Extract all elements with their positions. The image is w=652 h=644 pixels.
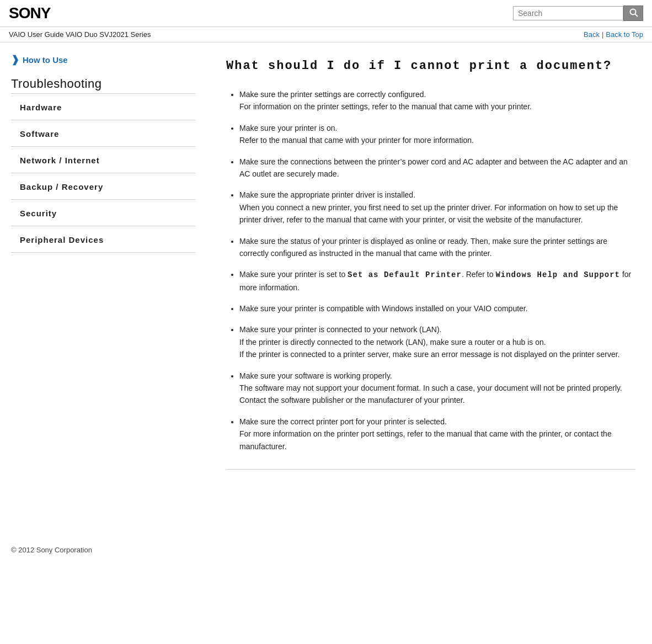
list-item: Make sure the status of your printer is … [239,235,635,260]
list-item: Make sure your printer is compatible wit… [239,302,635,315]
sidebar-item-software[interactable]: Software [11,120,195,147]
list-item: Make sure your software is working prope… [239,370,635,407]
sony-logo: SONY [9,4,50,22]
header: SONY [0,0,652,27]
chevron-right-icon: ❱ [11,54,19,66]
sidebar-item-peripheral-devices[interactable]: Peripheral Devices [11,226,195,253]
set-as-default-printer-text: Set as Default Printer [348,270,462,279]
sidebar-item-network-internet[interactable]: Network / Internet [11,147,195,173]
main-layout: ❱ How to Use Troubleshooting Hardware So… [0,42,652,539]
content-divider [226,469,635,470]
list-item: Make sure your printer is connected to y… [239,323,635,360]
sidebar-item-security[interactable]: Security [11,200,195,226]
nav-links: Back | Back to Top [584,30,643,39]
windows-help-support-text: Windows Help and Support [495,270,620,279]
list-item: Make sure your printer is set to Set as … [239,268,635,294]
content-list: Make sure the printer settings are corre… [226,88,635,453]
list-item: Make sure your printer is on. Refer to t… [239,122,635,147]
page-title: What should I do if I cannot print a doc… [226,59,635,73]
nav-separator: | [602,30,603,39]
search-area [513,6,643,21]
content-area: What should I do if I cannot print a doc… [204,42,652,539]
guide-title: VAIO User Guide VAIO Duo SVJ2021 Series [9,30,151,39]
breadcrumb-bar: VAIO User Guide VAIO Duo SVJ2021 Series … [0,27,652,42]
list-item: Make sure the appropriate printer driver… [239,189,635,226]
back-link[interactable]: Back [584,30,600,39]
footer: © 2012 Sony Corporation [0,539,652,561]
how-to-use-link[interactable]: ❱ How to Use [11,54,195,66]
search-input[interactable] [513,6,623,20]
bullet-text-between: . Refer to [462,270,495,279]
list-item: Make sure the connections between the pr… [239,156,635,180]
svg-point-0 [630,9,636,15]
bullet-text-before-bold1: Make sure your printer is set to [239,270,348,279]
copyright-text: © 2012 Sony Corporation [11,546,92,554]
back-to-top-link[interactable]: Back to Top [606,30,643,39]
search-icon [629,8,638,17]
sidebar-item-hardware[interactable]: Hardware [11,94,195,120]
how-to-use-label: How to Use [23,55,68,65]
list-item: Make sure the printer settings are corre… [239,88,635,113]
sidebar: ❱ How to Use Troubleshooting Hardware So… [0,42,204,539]
troubleshooting-title: Troubleshooting [11,77,195,91]
list-item: Make sure the correct printer port for y… [239,416,635,453]
svg-line-1 [635,14,638,17]
sidebar-item-backup-recovery[interactable]: Backup / Recovery [11,173,195,200]
search-button[interactable] [623,6,643,21]
